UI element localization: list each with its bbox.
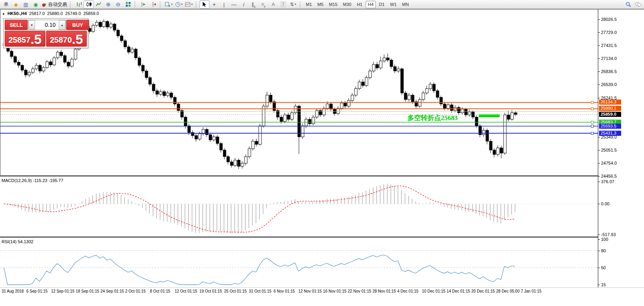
fibonacci-tool-icon[interactable]: ≡F — [259, 0, 269, 9]
macd-tick — [598, 182, 600, 182]
toolbar-grip — [196, 2, 198, 8]
time-axis-label: 6 Sep 01:15 — [26, 289, 48, 293]
text-tool-icon[interactable]: A — [269, 0, 278, 9]
price-tick-label: 28026.5 — [601, 17, 617, 22]
main-price-panel[interactable]: ▲ HK50-,H4 25817.0 25880.0 25749.0 25859… — [0, 9, 598, 175]
timeframe-button-h4[interactable]: H4 — [366, 1, 376, 8]
sell-price-int: 25857 — [9, 34, 31, 46]
time-axis-label: 7 Jan 01:15 — [521, 289, 541, 293]
time-axis-label: 12 Oct 01:15 — [175, 289, 197, 293]
rsi-tick — [598, 268, 600, 268]
trendline-tool-icon[interactable]: / — [239, 0, 249, 9]
time-axis-label: 16 Nov 01:15 — [323, 289, 347, 293]
buy-button[interactable]: BUY — [66, 20, 89, 30]
time-axis-label: 25 Oct 01:15 — [224, 289, 246, 293]
macd-tick-label: 0.00 — [601, 201, 609, 206]
dropdown-caret-icon: ▾ — [295, 3, 296, 6]
current-price-label: 25859.0 — [599, 112, 621, 117]
vertical-line-tool-icon[interactable]: | — [219, 0, 229, 9]
candlestick-plot[interactable] — [0, 9, 598, 175]
bar-chart-mode-icon[interactable] — [74, 0, 84, 9]
time-axis-label: 12 Sep 01:15 — [51, 289, 75, 293]
cursor-tool-icon[interactable] — [200, 0, 209, 9]
rsi-tick-label: 15 — [601, 282, 606, 287]
ohlc-open: 25817.0 — [29, 11, 45, 16]
price-tick — [598, 58, 600, 59]
rsi-tick — [598, 239, 600, 240]
price-axis[interactable]: 28026.527729.027431.527134.026836.526539… — [598, 9, 644, 287]
time-axis-label: 22 Nov 01:15 — [348, 289, 371, 293]
macd-tick-label: 376.07 — [601, 179, 614, 184]
candlestick-mode-icon[interactable] — [84, 0, 93, 9]
toolbar-grip — [70, 2, 72, 8]
macd-tick — [598, 204, 600, 204]
symbol-period-label: HK50-,H4 — [7, 11, 27, 16]
macd-histogram — [4, 184, 515, 233]
dropdown-caret-icon: ▾ — [191, 3, 193, 6]
volume-input[interactable] — [35, 20, 59, 30]
level-price-label: 25593.5 — [599, 124, 621, 129]
autotrading-button[interactable]: 自动交易 — [41, 0, 68, 9]
price-tick-label: 25051.5 — [601, 148, 617, 152]
tile-windows-icon[interactable] — [123, 0, 133, 9]
rsi-header: RSI(14) 54.1302 — [2, 239, 34, 244]
order-package-icon[interactable]: ◆ — [11, 0, 21, 9]
timeframe-button-m15[interactable]: M15 — [327, 1, 340, 8]
time-axis-label: 24 Sep 01:15 — [101, 289, 124, 293]
timeframe-button-d1[interactable]: D1 — [377, 1, 387, 8]
timeframe-button-m5[interactable]: M5 — [315, 1, 326, 8]
price-tick-label: 26836.5 — [601, 69, 617, 74]
macd-tick-label: -517.93 — [601, 232, 616, 237]
chat-icon[interactable] — [633, 0, 643, 9]
time-axis-label: 28 Dec 05:00 — [496, 289, 520, 293]
annotation-green-bar[interactable] — [479, 115, 500, 117]
macd-tick — [598, 235, 600, 235]
price-tick — [598, 32, 600, 33]
sell-price-button[interactable]: 25857.5 — [5, 31, 45, 47]
text-label-tool-icon[interactable]: T — [278, 0, 288, 9]
macd-panel[interactable]: MACD(12,26,9) -115.23 -195.77 — [0, 177, 598, 237]
panel-separator[interactable] — [0, 175, 644, 176]
zoom-in-icon[interactable]: ⊕ — [103, 0, 113, 9]
auto-scroll-icon[interactable] — [138, 0, 148, 9]
search-icon[interactable] — [623, 0, 633, 9]
channel-tool-icon[interactable]: ∥E — [249, 0, 259, 9]
fibonacci-tool-label: F — [264, 6, 265, 8]
new-order-button[interactable]: 单 — [1, 0, 11, 9]
channel-tool-label: E — [254, 6, 256, 8]
signals-icon[interactable]: ◉ — [31, 0, 41, 9]
volume-decrease-button[interactable]: ▼ — [28, 20, 35, 30]
zoom-out-icon[interactable]: ⊖ — [113, 0, 123, 9]
sell-button[interactable]: SELL — [5, 20, 28, 30]
line-chart-mode-icon[interactable] — [93, 0, 103, 9]
price-tick-label: 27134.0 — [601, 56, 617, 61]
timeframe-button-mn[interactable]: MN — [400, 1, 411, 8]
arrows-tool-icon[interactable]: ⇅▾ — [288, 0, 298, 9]
timeframe-button-m30[interactable]: M30 — [341, 1, 354, 8]
collapse-arrow-icon: ▲ — [2, 12, 5, 15]
time-axis-label: 10 Dec 01:15 — [422, 289, 446, 293]
price-tick-label: 24754.0 — [601, 161, 617, 165]
level-price-label: 25990.1 — [599, 106, 621, 111]
time-axis-label: 18 Sep 01:15 — [76, 289, 99, 293]
timeframe-button-m1[interactable]: M1 — [304, 1, 314, 8]
main-toolbar: 单 ◆ ▥ ◉ 自动交易 ⊕ ⊖ ▾ ▾ ▾ + | — / ∥E ≡F A T… — [0, 0, 644, 9]
panel-separator[interactable] — [0, 237, 644, 238]
horizontal-line-tool-icon[interactable]: — — [229, 0, 239, 9]
chart-shift-icon[interactable] — [148, 0, 158, 9]
buy-price-button[interactable]: 25870.5 — [46, 31, 87, 47]
volume-increase-button[interactable]: ▲ — [59, 20, 65, 30]
time-axis-label: 31 Aug 2018 — [2, 289, 24, 293]
new-chart-button[interactable]: ▾ — [164, 0, 174, 9]
crosshair-tool-icon[interactable]: + — [209, 0, 219, 9]
chart-window: ▲ HK50-,H4 25817.0 25880.0 25749.0 25859… — [0, 9, 644, 294]
periods-button[interactable]: ▾ — [174, 0, 184, 9]
market-watch-icon[interactable]: ▥ — [21, 0, 31, 9]
timeframe-button-h1[interactable]: H1 — [355, 1, 365, 8]
templates-button[interactable]: ▾ — [184, 0, 194, 9]
time-axis-label: 31 Oct 01:15 — [249, 289, 271, 293]
time-axis[interactable]: 31 Aug 20186 Sep 01:1512 Sep 01:1518 Sep… — [0, 287, 644, 295]
timeframe-button-w1[interactable]: W1 — [388, 1, 399, 8]
rsi-tick-label: 100 — [601, 237, 608, 242]
rsi-panel[interactable]: RSI(14) 54.1302 — [0, 238, 598, 287]
